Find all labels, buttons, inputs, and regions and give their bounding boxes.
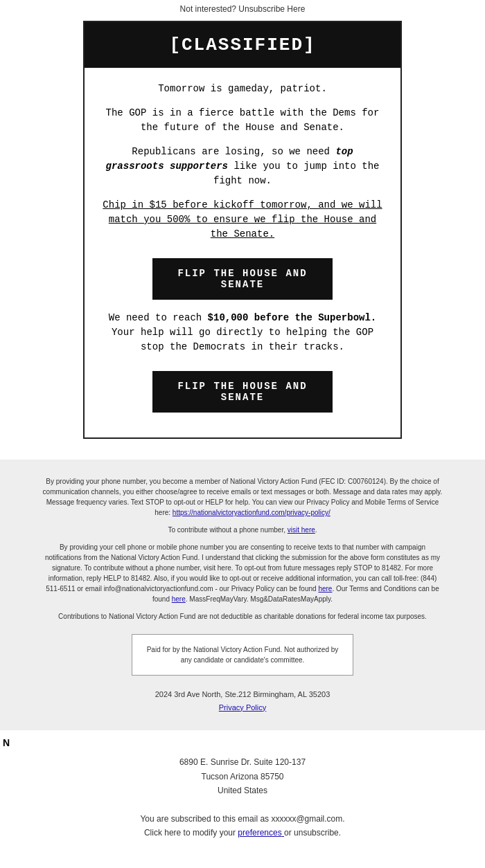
- bottom-address: 6890 E. Sunrise Dr. Suite 120-137 Tucson…: [0, 755, 485, 804]
- footer-disclaimer2: To contribute without a phone number, vi…: [42, 525, 443, 535]
- n-label: N: [3, 737, 485, 748]
- modify-text-pre: Click here to modify your: [144, 828, 238, 838]
- card-line1: Tomorrow is gameday, patriot.: [101, 82, 384, 96]
- footer-address-line1: 2024 3rd Ave North, Ste.212 Birmingham, …: [155, 690, 330, 698]
- main-card: [CLASSIFIED] Tomorrow is gameday, patrio…: [83, 21, 402, 439]
- cta-button-2[interactable]: FLIP THE HOUSE AND SENATE: [152, 371, 333, 413]
- footer-disclaimer3: By providing your cell phone or mobile p…: [42, 542, 443, 604]
- unsubscribe-text[interactable]: Not interested? Unsubscribe Here: [180, 4, 306, 14]
- card-body: Tomorrow is gameday, patriot. The GOP is…: [85, 68, 400, 437]
- card-line2: The GOP is in a fierce battle with the D…: [101, 106, 384, 135]
- privacy-policy-link3[interactable]: Privacy Policy: [219, 703, 266, 712]
- chip-in-link[interactable]: Chip in $15 before kickoff tomorrow, and…: [103, 199, 382, 239]
- bottom-address-line2: Tucson Arizona 85750: [202, 772, 284, 781]
- modify-text-post: or unsubscribe.: [284, 828, 341, 838]
- top-unsubscribe-bar: Not interested? Unsubscribe Here: [0, 0, 485, 21]
- card-line3: Republicans are losing, so we need topgr…: [101, 145, 384, 188]
- subscribe-note: You are subscribed to this email as xxxx…: [140, 814, 344, 824]
- bottom-address-line1: 6890 E. Sunrise Dr. Suite 120-137: [179, 757, 306, 767]
- preferences-link[interactable]: preferences: [238, 828, 284, 838]
- card-line4: Chip in $15 before kickoff tomorrow, and…: [101, 198, 384, 242]
- contribute-link[interactable]: visit here: [288, 526, 315, 534]
- footer-disclaimer4: Contributions to National Victory Action…: [42, 611, 443, 622]
- privacy-policy-link1[interactable]: https://nationalvictoryactionfund.com/pr…: [173, 509, 330, 516]
- card-header-text: [CLASSIFIED]: [169, 35, 315, 55]
- footer-address: 2024 3rd Ave North, Ste.212 Birmingham, …: [42, 688, 443, 714]
- paid-for-box: Paid for by the National Victory Action …: [132, 634, 353, 676]
- footer-section: By providing your phone number, you beco…: [0, 460, 485, 730]
- privacy-link2[interactable]: here: [318, 585, 332, 593]
- terms-link[interactable]: here: [172, 595, 186, 603]
- bottom-address-line3: United States: [218, 786, 267, 795]
- bottom-subscribe-note: You are subscribed to this email as xxxx…: [0, 812, 485, 854]
- footer-disclaimer1: By providing your phone number, you beco…: [42, 476, 443, 518]
- card-header: [CLASSIFIED]: [85, 22, 400, 68]
- cta-button-1[interactable]: FLIP THE HOUSE AND SENATE: [152, 258, 333, 300]
- grassroots-emphasis: topgrassroots supporters: [106, 146, 353, 172]
- card-line5: We need to reach $10,000 before the Supe…: [101, 311, 384, 354]
- paid-for-text: Paid for by the National Victory Action …: [147, 646, 339, 664]
